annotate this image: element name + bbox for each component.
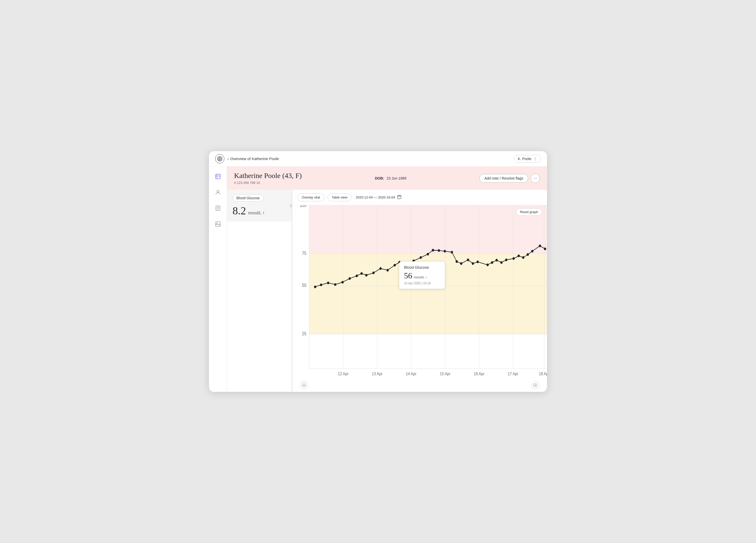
svg-point-47 bbox=[360, 272, 363, 275]
sidebar-item-gallery[interactable] bbox=[213, 219, 223, 229]
svg-point-9 bbox=[217, 223, 217, 224]
svg-rect-8 bbox=[216, 222, 220, 226]
svg-point-62 bbox=[456, 260, 458, 263]
sidebar bbox=[209, 166, 227, 392]
overlay-vital-button[interactable]: Overlay vital bbox=[297, 193, 324, 201]
date-range-text: 2020-12-04 — 2020-18-04 bbox=[356, 195, 395, 199]
user-menu-dots[interactable]: ⋮ bbox=[533, 157, 537, 161]
main-content: Katherine Poole (43, F) # 123 456 789 10… bbox=[209, 166, 547, 392]
svg-point-42 bbox=[327, 281, 329, 284]
svg-text:100: 100 bbox=[300, 205, 306, 208]
more-options-button[interactable]: ··· bbox=[531, 174, 540, 183]
svg-point-61 bbox=[451, 251, 453, 253]
back-arrow-icon: ‹ bbox=[227, 156, 229, 161]
svg-point-74 bbox=[522, 256, 524, 259]
svg-text:75: 75 bbox=[302, 251, 306, 256]
patient-header: Katherine Poole (43, F) # 123 456 789 10… bbox=[227, 166, 547, 190]
patient-actions: Add note / Resolve flags ··· bbox=[479, 174, 540, 183]
vital-trend-icon: ↑ bbox=[263, 210, 265, 215]
svg-rect-2 bbox=[216, 174, 220, 179]
patient-dob: DOB: 23 Jun 1989 bbox=[375, 176, 406, 180]
sidebar-item-chart[interactable] bbox=[213, 172, 223, 181]
svg-text:13 Apr: 13 Apr bbox=[372, 371, 383, 376]
chart-section: Blood Glucose 8.2 mmol/L ↑ bbox=[227, 190, 547, 392]
svg-point-53 bbox=[398, 261, 401, 263]
sidebar-item-notes[interactable] bbox=[213, 203, 223, 213]
content-area: Katherine Poole (43, F) # 123 456 789 10… bbox=[227, 166, 547, 392]
svg-text:12 Apr: 12 Apr bbox=[338, 371, 349, 376]
svg-point-67 bbox=[486, 264, 489, 266]
svg-point-52 bbox=[394, 264, 396, 266]
svg-text:17 Apr: 17 Apr bbox=[508, 371, 519, 376]
patient-info: Katherine Poole (43, F) # 123 456 789 10 bbox=[234, 172, 302, 185]
chart-svg: 100 75 50 25 12 Apr 13 Apr bbox=[292, 205, 547, 379]
svg-point-44 bbox=[341, 281, 344, 284]
add-note-button[interactable]: Add note / Resolve flags bbox=[479, 174, 528, 183]
chart-controls: Overlay vital Table view 2020-12-04 — 20… bbox=[292, 190, 547, 205]
left-panel: Blood Glucose 8.2 mmol/L ↑ bbox=[227, 190, 292, 392]
svg-rect-15 bbox=[309, 254, 547, 334]
svg-point-43 bbox=[334, 283, 337, 286]
svg-point-51 bbox=[386, 269, 389, 271]
calendar-icon[interactable] bbox=[397, 195, 402, 200]
svg-rect-10 bbox=[397, 195, 401, 199]
svg-point-60 bbox=[444, 250, 446, 252]
svg-point-66 bbox=[477, 260, 479, 263]
table-view-button[interactable]: Table view bbox=[328, 193, 352, 201]
top-nav-left: ‹ Overview of Katherine Poole bbox=[215, 154, 279, 163]
top-nav: ‹ Overview of Katherine Poole K. Poole ⋮ bbox=[209, 151, 547, 166]
svg-point-3 bbox=[217, 190, 219, 192]
svg-point-65 bbox=[472, 262, 474, 265]
svg-point-78 bbox=[544, 247, 546, 250]
sidebar-item-person[interactable] bbox=[213, 187, 223, 197]
svg-text:15 Apr: 15 Apr bbox=[440, 371, 450, 376]
svg-point-59 bbox=[438, 249, 440, 252]
reset-graph-button[interactable]: Reset graph bbox=[516, 208, 542, 216]
svg-rect-16 bbox=[309, 334, 547, 371]
back-nav-label: Overview of Katherine Poole bbox=[230, 156, 279, 161]
svg-point-68 bbox=[491, 261, 493, 264]
dob-label: DOB: bbox=[375, 176, 384, 180]
svg-point-57 bbox=[427, 253, 429, 255]
svg-point-77 bbox=[539, 245, 541, 247]
svg-point-64 bbox=[467, 258, 469, 261]
svg-point-72 bbox=[512, 257, 515, 260]
chart-footer bbox=[292, 379, 547, 392]
back-nav[interactable]: ‹ Overview of Katherine Poole bbox=[227, 156, 279, 161]
svg-point-76 bbox=[531, 250, 533, 252]
svg-text:18 Apr: 18 Apr bbox=[539, 371, 547, 376]
svg-point-75 bbox=[527, 253, 529, 256]
svg-point-58 bbox=[432, 249, 434, 252]
patient-id: # 123 456 789 10 bbox=[234, 181, 302, 185]
svg-point-40 bbox=[314, 286, 316, 288]
svg-point-63 bbox=[460, 262, 463, 265]
vital-unit: mmol/L ↑ bbox=[248, 210, 265, 216]
scroll-left-handle[interactable] bbox=[300, 381, 308, 389]
user-badge[interactable]: K. Poole ⋮ bbox=[514, 155, 541, 163]
vital-card[interactable]: Blood Glucose 8.2 mmol/L ↑ bbox=[227, 190, 292, 222]
svg-rect-14 bbox=[309, 205, 547, 254]
svg-point-49 bbox=[372, 271, 375, 274]
svg-point-46 bbox=[356, 275, 358, 277]
app-logo bbox=[215, 154, 224, 163]
dob-value: 23 Jun 1989 bbox=[387, 176, 406, 180]
app-container: ‹ Overview of Katherine Poole K. Poole ⋮ bbox=[209, 151, 547, 392]
vital-label: Blood Glucose bbox=[233, 194, 264, 202]
svg-text:14 Apr: 14 Apr bbox=[406, 371, 417, 376]
svg-point-55 bbox=[413, 259, 415, 262]
svg-point-56 bbox=[420, 256, 422, 259]
svg-point-50 bbox=[380, 267, 382, 270]
svg-point-73 bbox=[518, 255, 520, 257]
date-range: 2020-12-04 — 2020-18-04 bbox=[356, 195, 402, 200]
user-name: K. Poole bbox=[518, 157, 531, 161]
chart-container: Reset graph bbox=[292, 205, 547, 379]
vital-value: 8.2 bbox=[233, 205, 246, 217]
svg-point-70 bbox=[500, 261, 503, 264]
scroll-right-handle[interactable] bbox=[531, 381, 539, 389]
svg-point-71 bbox=[505, 258, 507, 261]
top-nav-right: K. Poole ⋮ bbox=[514, 155, 541, 163]
svg-point-41 bbox=[320, 284, 322, 286]
patient-name: Katherine Poole (43, F) bbox=[234, 172, 302, 180]
svg-point-48 bbox=[365, 274, 367, 276]
svg-point-54 bbox=[405, 263, 408, 265]
